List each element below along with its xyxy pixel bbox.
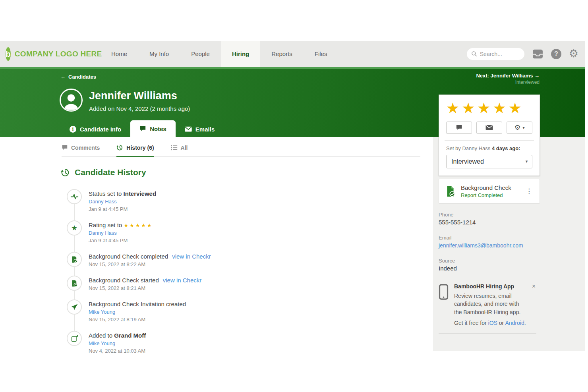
rating-status-card: ★★★★★ ⚙ ▾ Set by Danny Hass 4 days ago: … <box>439 95 540 176</box>
envelope-icon <box>485 125 493 130</box>
nav-right: ? ⚙ <box>467 48 585 60</box>
star-icon: ★ <box>67 220 82 236</box>
history-entry-added: Added to Grand Moff Mike Young Nov 4, 20… <box>67 331 433 354</box>
android-link[interactable]: Android <box>505 320 524 326</box>
source-value: Indeed <box>439 265 536 272</box>
history-entry-bgcheck-started: Background Check startedview in Checkr N… <box>67 276 433 291</box>
entry-author-link[interactable]: Danny Hass <box>89 230 153 236</box>
candidate-head: Jennifer Williams Added on Nov 4, 2022 (… <box>60 89 190 112</box>
view-in-checkr-link[interactable]: view in Checkr <box>163 277 202 284</box>
entry-text-bold: Interviewed <box>124 190 157 197</box>
subtab-all[interactable]: All <box>171 144 188 157</box>
email-value-link[interactable]: jennifer.williams3@bamboohr.com <box>439 242 536 249</box>
info-icon: i <box>70 126 76 133</box>
entry-date: Nov 15, 2022 at 8:19 AM <box>89 317 186 322</box>
nav-item-files[interactable]: Files <box>304 41 338 67</box>
back-to-candidates-link[interactable]: ← Candidates <box>60 74 96 80</box>
email-label: Email <box>439 235 536 241</box>
nav-item-hiring[interactable]: Hiring <box>221 41 260 67</box>
ios-link[interactable]: iOS <box>488 320 497 326</box>
card-divider <box>445 140 534 141</box>
promo-or: or <box>497 320 505 326</box>
list-icon <box>171 145 178 151</box>
entry-text: Added to <box>89 332 114 339</box>
help-icon[interactable]: ? <box>551 49 561 59</box>
entry-text: Background Check started <box>89 277 159 284</box>
status-dropdown-value: Interviewed <box>447 158 521 165</box>
nav-item-reports[interactable]: Reports <box>260 41 304 67</box>
entry-date: Nov 15, 2022 at 8:21 AM <box>89 285 201 291</box>
kebab-menu-icon[interactable]: ⋮ <box>523 187 535 195</box>
background-check-doc-icon <box>445 186 456 197</box>
history-entry-bgcheck-completed: Background Check completedview in Checkr… <box>67 252 433 267</box>
email-section: Email jennifer.williams3@bamboohr.com <box>439 231 536 254</box>
subtab-comments-label: Comments <box>71 145 100 151</box>
tab-candidate-info-label: Candidate Info <box>80 126 121 133</box>
history-heading-icon <box>61 168 70 177</box>
background-check-status: Report Completed <box>461 192 511 198</box>
subtab-comments[interactable]: Comments <box>62 144 100 157</box>
comment-button[interactable] <box>446 122 472 134</box>
entry-date: Jan 9 at 4:45 PM <box>89 238 153 243</box>
inbox-icon[interactable] <box>532 49 544 59</box>
gear-icon: ⚙ <box>514 124 520 131</box>
rating-stars[interactable]: ★★★★★ <box>446 100 532 117</box>
candidate-history-heading: Candidate History <box>61 168 433 177</box>
status-dropdown[interactable]: Interviewed ▾ <box>446 155 532 168</box>
source-label: Source <box>439 258 536 264</box>
settings-dropdown-button[interactable]: ⚙ ▾ <box>507 122 532 134</box>
candidate-added-date: Added on Nov 4, 2022 (2 months ago) <box>89 105 190 112</box>
email-envelope-icon <box>185 126 192 132</box>
entry-text-bold: Grand Moff <box>114 332 146 339</box>
history-timeline: Status set to Interviewed Danny Hass Jan… <box>67 189 433 354</box>
promo-period: . <box>524 320 526 326</box>
next-candidate-link[interactable]: Next: Jennifer Williams → Interviewed <box>476 73 540 85</box>
entry-date: Jan 9 at 4:45 PM <box>89 206 156 212</box>
company-logo[interactable]: b COMPANY LOGO HERE <box>0 47 100 61</box>
main-content: Comments History (6) All Candidate Histo… <box>0 137 433 362</box>
entry-text: Background Check Invitation created <box>89 301 186 307</box>
phone-section: Phone 555-555-1214 <box>439 208 536 231</box>
background-check-title: Background Check <box>461 184 511 191</box>
back-label: Candidates <box>68 74 96 80</box>
next-arrow-icon: → <box>534 73 540 79</box>
candidate-tabs: i Candidate Info Notes Emails <box>60 120 224 137</box>
promo-title: BambooHR Hiring App <box>454 283 526 290</box>
set-by-text: Set by Danny Hass <box>446 145 492 151</box>
candidate-action-buttons: ⚙ ▾ <box>446 122 532 134</box>
page: b COMPANY LOGO HERE Home My Info People … <box>0 0 588 392</box>
entry-author-link[interactable]: Danny Hass <box>89 199 156 205</box>
nav-item-home[interactable]: Home <box>100 41 138 67</box>
dropdown-caret-icon: ▾ <box>521 155 532 168</box>
phone-label: Phone <box>439 212 536 218</box>
subtab-history-label: History (6) <box>126 145 154 151</box>
nav-item-my-info[interactable]: My Info <box>138 41 180 67</box>
status-set-by: Set by Danny Hass 4 days ago: <box>446 145 532 151</box>
settings-gear-icon[interactable]: ⚙ <box>569 48 578 59</box>
email-button[interactable] <box>476 122 502 134</box>
nav-item-people[interactable]: People <box>180 41 221 67</box>
close-icon[interactable]: × <box>532 283 536 290</box>
entry-stars: ★★★★★ <box>124 222 153 228</box>
entry-author-link[interactable]: Mike Young <box>89 340 146 346</box>
activity-pulse-icon <box>67 189 82 204</box>
entry-author-link[interactable]: Mike Young <box>89 309 186 315</box>
search-input[interactable] <box>480 51 520 57</box>
notes-bubble-icon <box>139 126 146 132</box>
tab-candidate-info[interactable]: i Candidate Info <box>60 121 130 137</box>
comment-icon <box>456 124 462 131</box>
view-in-checkr-link[interactable]: view in Checkr <box>172 253 211 260</box>
tab-emails[interactable]: Emails <box>176 121 224 137</box>
nav-items: Home My Info People Hiring Reports Files <box>100 41 338 67</box>
phone-value: 555-555-1214 <box>439 219 536 226</box>
top-nav: b COMPANY LOGO HERE Home My Info People … <box>0 41 585 67</box>
subtab-all-label: All <box>181 145 188 151</box>
candidate-history-title: Candidate History <box>75 168 146 177</box>
entry-text: Status set to <box>89 190 124 197</box>
mobile-phone-icon <box>439 283 449 326</box>
tab-notes-label: Notes <box>150 126 166 132</box>
subtab-history[interactable]: History (6) <box>116 144 154 157</box>
comments-bubble-icon <box>62 145 68 151</box>
search-box[interactable] <box>467 48 524 60</box>
tab-notes[interactable]: Notes <box>130 120 176 137</box>
